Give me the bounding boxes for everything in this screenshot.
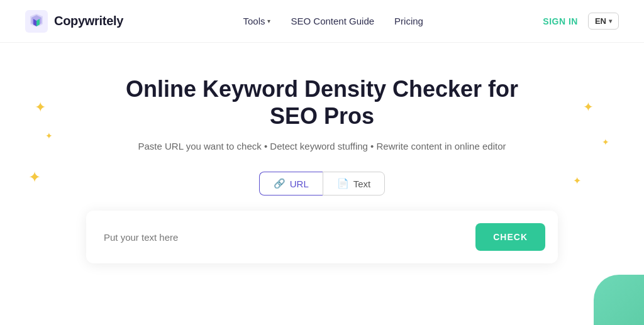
language-selector[interactable]: EN ▾ xyxy=(588,13,619,30)
logo-icon xyxy=(25,10,48,33)
logo-text: Copywritely xyxy=(54,14,123,28)
input-tabs: 🔗 URL 📄 Text xyxy=(259,172,386,196)
main-content: ✦ ✦ ✦ ✦ ✦ ✦ Online Keyword Density Check… xyxy=(0,43,644,263)
header: Copywritely Tools ▾ SEO Content Guide Pr… xyxy=(0,0,644,43)
text-input-field[interactable] xyxy=(104,232,465,243)
star-decoration-6: ✦ xyxy=(573,175,581,187)
bottom-teal-decoration xyxy=(594,275,644,325)
chevron-down-icon: ▾ xyxy=(267,18,270,25)
link-icon: 🔗 xyxy=(274,178,286,189)
nav-seo-guide[interactable]: SEO Content Guide xyxy=(291,16,374,26)
text-input-box: CHECK xyxy=(86,211,558,263)
star-decoration-2: ✦ xyxy=(45,131,53,141)
logo[interactable]: Copywritely xyxy=(25,10,123,33)
star-decoration-1: ✦ xyxy=(35,99,46,116)
star-decoration-3: ✦ xyxy=(28,168,41,186)
text-doc-icon: 📄 xyxy=(337,178,349,189)
sign-in-button[interactable]: SIGN IN xyxy=(543,16,578,26)
main-nav: Tools ▾ SEO Content Guide Pricing xyxy=(243,16,423,26)
header-right: SIGN IN EN ▾ xyxy=(543,13,619,30)
star-decoration-5: ✦ xyxy=(602,137,609,147)
tab-url[interactable]: 🔗 URL xyxy=(259,172,323,196)
star-decoration-4: ✦ xyxy=(583,99,594,114)
nav-pricing[interactable]: Pricing xyxy=(394,16,423,26)
tab-text[interactable]: 📄 Text xyxy=(323,172,386,196)
hero-subtitle: Paste URL you want to check • Detect key… xyxy=(138,141,506,151)
lang-chevron-icon: ▾ xyxy=(609,18,612,25)
nav-tools[interactable]: Tools ▾ xyxy=(243,16,270,26)
check-button[interactable]: CHECK xyxy=(475,223,545,251)
hero-title: Online Keyword Density Checker for SEO P… xyxy=(102,75,542,129)
